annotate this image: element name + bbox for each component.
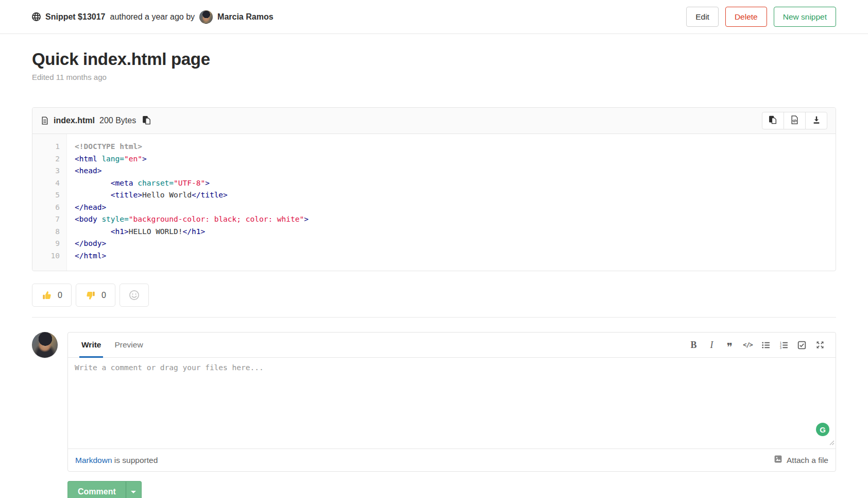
line-number[interactable]: 4: [32, 177, 60, 190]
file-actions: [762, 112, 827, 129]
thumbs-down-icon: [85, 290, 96, 301]
comment-footer: Markdown is supported Attach a file: [68, 449, 836, 471]
comment-section: WritePreview BI❞</>123 G Markdown is sup…: [32, 317, 836, 472]
thumbs-up-icon: [41, 290, 53, 301]
thumbs-down-button[interactable]: 0: [76, 284, 115, 307]
quote-icon[interactable]: ❞: [721, 337, 738, 354]
open-raw-button[interactable]: [784, 112, 806, 129]
comment-options-dropdown[interactable]: [126, 481, 142, 498]
write-preview-tabs: WritePreview: [74, 333, 145, 357]
submit-row: Comment: [67, 481, 836, 498]
line-number[interactable]: 8: [32, 226, 60, 238]
file-size: 200 Bytes: [99, 116, 136, 125]
code-line: </body>: [75, 238, 309, 250]
authored-text: authored a year ago by: [110, 12, 195, 22]
code-line: <h1>HELLO WORLD!</h1>: [75, 226, 309, 238]
line-number[interactable]: 5: [32, 189, 60, 202]
italic-icon[interactable]: I: [703, 337, 720, 354]
file-header: index.html 200 Bytes: [32, 108, 836, 134]
line-number[interactable]: 1: [32, 141, 60, 153]
line-number[interactable]: 7: [32, 213, 60, 226]
thumbs-up-count: 0: [58, 291, 62, 300]
edited-timestamp: Edited 11 months ago: [32, 73, 836, 81]
line-number[interactable]: 10: [32, 250, 60, 262]
code-lines: <!DOCTYPE html><html lang="en"><head> <m…: [67, 134, 317, 271]
markdown-header: WritePreview BI❞</>123: [68, 333, 836, 358]
chevron-down-icon: [131, 491, 136, 493]
snippet-id: Snippet $13017: [45, 12, 106, 22]
code-line: <meta charset="UTF-8">: [75, 177, 309, 190]
fullscreen-icon[interactable]: [811, 337, 828, 354]
comment-form: WritePreview BI❞</>123 G Markdown is sup…: [67, 332, 836, 472]
comment-input[interactable]: [68, 358, 836, 449]
topbar: Snippet $13017 authored a year ago by Ma…: [0, 0, 868, 34]
file-name: index.html: [54, 116, 95, 125]
file-holder: index.html 200 Bytes 12345678910 <!DOCTY…: [32, 107, 836, 271]
svg-text:3: 3: [780, 346, 782, 350]
code-line: </html>: [75, 250, 309, 262]
code-viewer: 12345678910 <!DOCTYPE html><html lang="e…: [32, 134, 836, 271]
comment-input-wrap: G: [68, 358, 836, 449]
current-user-avatar: [32, 332, 58, 358]
comment-submit-button[interactable]: Comment: [67, 481, 126, 498]
line-number[interactable]: 9: [32, 238, 60, 250]
copy-file-path-button[interactable]: [141, 114, 152, 127]
line-number[interactable]: 3: [32, 165, 60, 177]
smiley-icon: [129, 290, 140, 301]
thumbs-down-count: 0: [101, 291, 106, 300]
copy-contents-button[interactable]: [762, 112, 784, 129]
code-line: <head>: [75, 165, 309, 177]
code-line: <!DOCTYPE html>: [75, 141, 309, 153]
resize-handle-icon[interactable]: [828, 438, 835, 447]
attach-file-icon: [774, 455, 782, 466]
markdown-help-link[interactable]: Markdown: [75, 456, 112, 464]
line-number[interactable]: 6: [32, 202, 60, 214]
open-raw-icon: [790, 115, 799, 126]
delete-button[interactable]: Delete: [725, 7, 767, 27]
download-button[interactable]: [805, 112, 827, 129]
file-icon: [41, 117, 49, 125]
code-line: </head>: [75, 202, 309, 214]
copy-icon: [142, 119, 151, 126]
file-title: index.html 200 Bytes: [41, 116, 136, 125]
thumbs-up-button[interactable]: 0: [32, 284, 72, 307]
code-line: <title>Hello World</title>: [75, 189, 309, 202]
author-name[interactable]: Marcia Ramos: [217, 12, 274, 22]
bullet-list-icon[interactable]: [757, 337, 774, 354]
new-snippet-button[interactable]: New snippet: [774, 7, 836, 27]
earth-icon: [32, 12, 41, 21]
copy-contents-icon: [769, 115, 777, 126]
code-icon[interactable]: </>: [739, 337, 756, 354]
add-reaction-button[interactable]: [120, 284, 149, 307]
code-line: <body style="background-color: black; co…: [75, 213, 309, 226]
snippet-actions: Edit Delete New snippet: [686, 7, 836, 27]
code-line: <html lang="en">: [75, 153, 309, 165]
author-avatar[interactable]: [199, 10, 213, 24]
snippet-meta: Snippet $13017 authored a year ago by Ma…: [32, 10, 274, 24]
file-actions-group: [762, 112, 827, 129]
attach-file-label: Attach a file: [787, 456, 828, 465]
numbered-list-icon[interactable]: 123: [775, 337, 792, 354]
bold-icon[interactable]: B: [685, 337, 702, 354]
edit-button[interactable]: Edit: [686, 7, 719, 27]
grammarly-icon[interactable]: G: [816, 423, 829, 436]
line-numbers: 12345678910: [32, 134, 67, 271]
attach-file-button[interactable]: Attach a file: [774, 455, 828, 466]
download-icon: [812, 116, 821, 126]
page-title: Quick index.html page: [32, 49, 836, 69]
award-emoji-row: 0 0: [32, 284, 836, 307]
line-number[interactable]: 2: [32, 153, 60, 165]
tab-preview[interactable]: Preview: [112, 333, 145, 358]
markdown-supported-text: is supported: [112, 456, 158, 464]
task-list-icon[interactable]: [793, 337, 810, 354]
tab-write[interactable]: Write: [79, 333, 103, 358]
markdown-toolbar: BI❞</>123: [685, 333, 829, 357]
